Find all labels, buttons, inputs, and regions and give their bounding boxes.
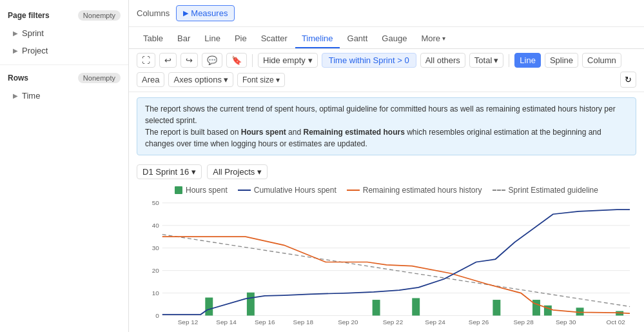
spline-label: Spline	[550, 55, 573, 65]
tab-line[interactable]: Line	[198, 30, 227, 48]
bar-sep28	[532, 300, 540, 315]
redo-btn[interactable]: ↪	[181, 53, 198, 68]
time-within-sprint-filter[interactable]: Time within Sprint > 0	[322, 53, 416, 68]
area-btn[interactable]: Area	[137, 72, 164, 87]
svg-text:20: 20	[152, 268, 159, 274]
svg-text:50: 50	[152, 200, 159, 206]
comment-btn[interactable]: 💬	[202, 53, 222, 68]
arrow-icon: ▶	[183, 9, 188, 17]
info-text-1: The report shows the current trend of sp…	[145, 103, 628, 126]
sprint-label: Sprint	[22, 28, 44, 38]
total-label: Total	[474, 55, 492, 65]
chevron-down-icon: ▾	[224, 75, 228, 84]
project-label: Project	[22, 46, 48, 55]
line-label: Line	[520, 55, 536, 65]
legend-guideline-label: Sprint Estimated guideline	[509, 186, 598, 195]
font-size-btn[interactable]: Font size ▾	[237, 73, 285, 87]
axes-options-btn[interactable]: Axes options ▾	[168, 72, 233, 87]
svg-text:10: 10	[152, 291, 159, 297]
tab-gantt[interactable]: Gantt	[341, 30, 375, 48]
svg-text:Sep 18: Sep 18	[293, 320, 313, 326]
page-filters-label: Page filters	[8, 11, 50, 20]
measures-label: Measures	[191, 8, 228, 18]
sprint-select[interactable]: D1 Sprint 16 ▾	[137, 164, 202, 179]
project-select[interactable]: All Projects ▾	[207, 164, 268, 179]
chevron-right-icon: ▶	[13, 92, 18, 99]
main-content: Columns ▶ Measures Table Bar Line Pie Sc…	[129, 0, 644, 332]
undo-btn[interactable]: ↩	[159, 53, 177, 68]
separator	[509, 54, 509, 67]
legend-cumulative-label: Cumulative Hours spent	[254, 186, 337, 195]
legend-line-solid-icon	[238, 190, 251, 191]
sidebar-item-sprint[interactable]: ▶ Sprint	[0, 24, 128, 42]
svg-text:Sep 20: Sep 20	[338, 320, 358, 326]
divider	[0, 64, 128, 65]
chart-svg: 50 40 30 20 10 0	[137, 197, 636, 327]
measures-chip[interactable]: ▶ Measures	[176, 5, 235, 21]
chevron-down-icon: ▾	[308, 55, 313, 65]
spline-btn[interactable]: Spline	[545, 53, 578, 68]
tab-scatter[interactable]: Scatter	[255, 30, 294, 48]
expand-btn[interactable]: ⛶	[137, 53, 155, 68]
svg-text:Sep 14: Sep 14	[216, 320, 236, 326]
tab-bar[interactable]: Bar	[171, 30, 197, 48]
svg-text:Sep 24: Sep 24	[425, 320, 445, 326]
chevron-down-icon: ▾	[442, 35, 445, 42]
page-filters-badge: Nonempty	[78, 10, 121, 21]
page-filters-section: Page filters Nonempty ▶ Sprint ▶ Project	[0, 6, 128, 59]
svg-text:Sep 16: Sep 16	[255, 320, 275, 326]
sidebar-item-time[interactable]: ▶ Time	[0, 87, 128, 104]
chevron-down-icon: ▾	[494, 55, 498, 65]
hide-empty-label: Hide empty	[263, 55, 306, 65]
info-box: The report shows the current trend of sp…	[137, 97, 636, 155]
bar-sep26	[493, 300, 500, 315]
area-label: Area	[142, 75, 159, 84]
columns-label: Columns	[137, 8, 170, 18]
legend-hours-spent: Hours spent	[175, 186, 228, 195]
info-text-2: The report is built based on Hours spent…	[145, 126, 628, 150]
rows-badge: Nonempty	[78, 73, 121, 83]
svg-text:Sep 28: Sep 28	[513, 320, 533, 326]
toolbar: ⛶ ↩ ↪ 💬 🔖 Hide empty ▾ Time within Sprin…	[129, 49, 644, 92]
all-others-btn[interactable]: All others	[420, 53, 465, 68]
filter-label: Time within Sprint > 0	[329, 55, 409, 65]
hide-empty-btn[interactable]: Hide empty ▾	[258, 53, 318, 68]
page-filters-header: Page filters Nonempty	[0, 6, 128, 24]
svg-text:40: 40	[152, 223, 159, 229]
total-btn[interactable]: Total ▾	[469, 53, 503, 68]
legend-bar-icon	[175, 186, 182, 194]
sidebar-item-project[interactable]: ▶ Project	[0, 42, 128, 59]
refresh-btn[interactable]: ↻	[620, 72, 636, 88]
bar-sep12	[205, 298, 213, 316]
chevron-right-icon: ▶	[13, 30, 18, 37]
tab-more[interactable]: More ▾	[415, 30, 452, 48]
bar-sep20	[373, 300, 380, 315]
legend-line-dashed-icon	[493, 190, 505, 191]
time-label: Time	[22, 91, 40, 101]
svg-text:Sep 12: Sep 12	[178, 320, 198, 326]
rows-label: Rows	[8, 73, 28, 83]
chevron-right-icon: ▶	[13, 47, 18, 54]
chevron-down-icon: ▾	[257, 167, 262, 177]
tab-pie[interactable]: Pie	[228, 30, 253, 48]
separator	[252, 54, 253, 67]
chart-controls: D1 Sprint 16 ▾ All Projects ▾	[129, 161, 644, 183]
svg-text:0: 0	[155, 313, 159, 319]
tab-timeline[interactable]: Timeline	[295, 30, 340, 48]
legend-line-orange-icon	[347, 190, 360, 191]
bookmark-btn[interactable]: 🔖	[226, 53, 247, 68]
line-btn[interactable]: Line	[514, 53, 541, 68]
column-btn[interactable]: Column	[582, 53, 621, 68]
rows-header: Rows Nonempty	[0, 69, 128, 87]
bar-sep22	[412, 298, 420, 315]
svg-text:Sep 26: Sep 26	[469, 320, 489, 326]
chart-area: 50 40 30 20 10 0	[129, 197, 644, 332]
chevron-down-icon: ▾	[191, 167, 196, 177]
all-others-label: All others	[425, 55, 460, 65]
tab-gauge[interactable]: Gauge	[375, 30, 413, 48]
font-size-label: Font size	[242, 75, 274, 84]
legend-cumulative: Cumulative Hours spent	[238, 186, 337, 195]
svg-text:Oct 02: Oct 02	[607, 320, 625, 326]
svg-text:Sep 30: Sep 30	[556, 320, 576, 326]
tab-table[interactable]: Table	[137, 30, 170, 48]
